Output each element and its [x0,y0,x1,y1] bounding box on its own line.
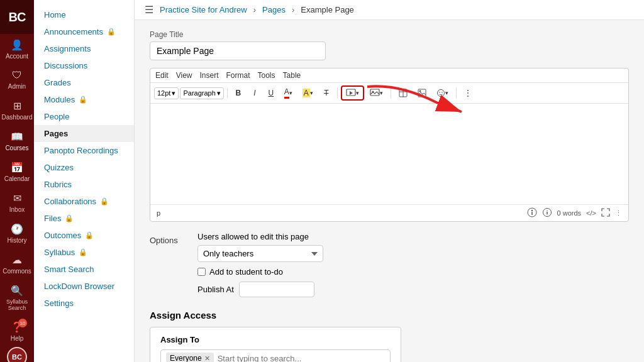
bold-button[interactable]: B [231,85,246,101]
files-lock-icon: 🔒 [65,214,74,222]
menu-format[interactable]: Format [226,71,250,80]
menu-view[interactable]: View [176,71,192,80]
history-icon: 🕐 [11,223,23,235]
help-badge: 10 [18,319,27,327]
font-size-select[interactable]: 12pt ▾ [154,87,179,99]
menu-table[interactable]: Table [283,71,301,80]
sidebar-item-outcomes[interactable]: Outcomes 🔒 [34,227,134,244]
topbar: ☰ Practice Site for Andrew › Pages › Exa… [135,0,644,20]
svg-point-11 [441,92,443,93]
italic-button[interactable]: I [247,85,262,101]
sidebar-item-assignments[interactable]: Assignments [34,40,134,57]
syllabus-lock-icon: 🔒 [79,248,87,256]
assign-access-section: Assign Access Assign To Everyone ✕ [150,310,629,362]
toolbar-separator-3 [391,87,391,99]
sidebar-item-home[interactable]: Home [34,6,134,23]
menu-insert[interactable]: Insert [199,71,218,80]
font-color-button[interactable]: A ▾ [280,85,297,101]
sidebar-item-lockdown[interactable]: LockDown Browser [34,278,134,295]
svg-point-8 [419,90,421,92]
options-section: Options Users allowed to edit this page … [150,232,629,297]
sidebar-item-pages[interactable]: Pages [34,125,134,142]
options-label: Options [150,232,187,297]
editor-footer: p 0 words </> [150,204,628,221]
nav-item-inbox[interactable]: ✉ Inbox [0,187,34,218]
toolbar-separator-2 [337,87,338,99]
users-edit-label: Users allowed to edit this page [197,232,629,241]
sidebar-item-files[interactable]: Files 🔒 [34,210,134,227]
sidebar-item-panopto[interactable]: Panopto Recordings [34,142,134,159]
page-title-input[interactable] [150,41,326,60]
user-avatar[interactable]: BC [7,347,27,362]
toolbar-separator-1 [227,87,228,99]
nav-item-history[interactable]: 🕐 History [0,218,34,249]
info-icon[interactable] [542,207,552,219]
hamburger-menu-icon[interactable]: ☰ [145,4,153,16]
toolbar-separator-4 [456,87,457,99]
nav-item-calendar[interactable]: 📅 Calendar [0,156,34,187]
sidebar-item-collaborations[interactable]: Collaborations 🔒 [34,193,134,210]
table-insert-button[interactable] [394,85,412,101]
sidebar-item-modules[interactable]: Modules 🔒 [34,91,134,108]
nav-bottom: BC ← [0,347,34,362]
insert-image-button[interactable] [413,85,431,101]
sidebar-item-smart-search[interactable]: Smart Search [34,261,134,278]
breadcrumb-pages[interactable]: Pages [262,5,286,14]
dashboard-icon: ⊞ [13,100,21,112]
options-content: Users allowed to edit this page Only tea… [197,232,629,297]
insert-media-button[interactable]: ▾ [365,85,387,101]
html-source-icon[interactable]: </> [586,209,596,217]
help-icon: ❓ 10 [11,321,23,333]
syllabus-search-icon: 🔍 [11,285,23,297]
sidebar-item-grades[interactable]: Grades [34,74,134,91]
rich-text-editor: Edit View Insert Format Tools Table 12pt… [150,68,629,222]
editor-body[interactable] [150,104,628,204]
nav-item-courses[interactable]: 📖 Courses [0,126,34,156]
strikethrough-button[interactable]: T [319,85,334,101]
everyone-tag: Everyone ✕ [166,353,214,362]
users-edit-select[interactable]: Only teachers Teachers and students Anyo… [197,245,323,262]
embed-media-button[interactable]: ▾ [341,85,364,101]
breadcrumb-current: Example Page [301,5,354,14]
sidebar-item-announcements[interactable]: Announcements 🔒 [34,23,134,40]
nav-item-syllabus-search[interactable]: 🔍 Syllabus Search [0,280,34,316]
admin-icon: 🛡 [12,70,22,81]
sidebar-item-people[interactable]: People [34,108,134,125]
nav-item-admin[interactable]: 🛡 Admin [0,65,34,95]
nav-item-account[interactable]: 👤 Account [0,34,34,65]
highlight-button[interactable]: A ▾ [298,85,318,101]
publish-at-input[interactable] [239,282,314,297]
nav-item-help[interactable]: ❓ 10 Help [0,316,34,347]
underline-button[interactable]: U [264,85,279,101]
breadcrumb-site[interactable]: Practice Site for Andrew [160,5,247,14]
main-content: ☰ Practice Site for Andrew › Pages › Exa… [135,0,644,362]
nav-item-dashboard[interactable]: ⊞ Dashboard [0,95,34,126]
sidebar-item-rubrics[interactable]: Rubrics [34,176,134,193]
student-todo-checkbox[interactable] [197,268,206,276]
nav-item-commons[interactable]: ☁ Commons [0,249,34,280]
emoji-button[interactable]: ▾ [432,85,453,101]
publish-at-row: Publish At [197,282,629,297]
everyone-tag-remove[interactable]: ✕ [204,354,210,363]
fullscreen-icon[interactable] [601,208,610,218]
editor-toolbar: 12pt ▾ Paragraph ▾ B I U A ▾ A ▾ [150,83,628,104]
app-logo: BC [0,0,34,34]
svg-point-10 [439,92,440,93]
svg-marker-1 [350,91,353,95]
sidebar-item-settings[interactable]: Settings [34,295,134,312]
more-footer-icon[interactable]: ⋮ [615,209,622,217]
paragraph-style-select[interactable]: Paragraph ▾ [180,87,223,99]
content-area: Page Title Edit View Insert Format Tools… [135,20,644,362]
assign-search-input[interactable] [218,354,385,363]
sidebar-item-quizzes[interactable]: Quizzes [34,159,134,176]
sidebar-item-syllabus[interactable]: Syllabus 🔒 [34,244,134,261]
accessibility-icon[interactable] [527,207,537,219]
assign-input-row[interactable]: Everyone ✕ [160,349,391,362]
more-options-button[interactable]: ⋮ [460,85,476,101]
publish-at-label: Publish At [197,285,234,294]
menu-tools[interactable]: Tools [258,71,275,80]
sidebar-item-discussions[interactable]: Discussions [34,57,134,74]
menu-edit[interactable]: Edit [155,71,169,80]
calendar-icon: 📅 [11,162,23,173]
student-todo-row: Add to student to-do [197,267,629,277]
